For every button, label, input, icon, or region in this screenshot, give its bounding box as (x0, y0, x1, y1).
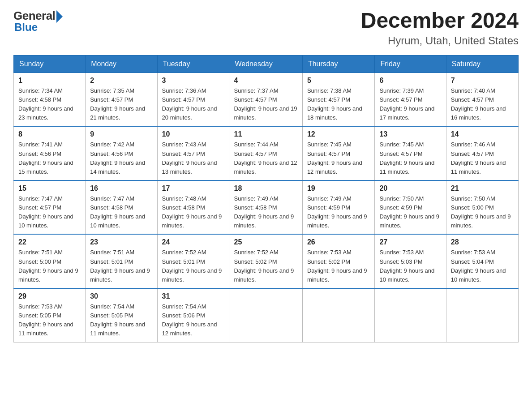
day-number: 2 (90, 77, 152, 85)
calendar-table: SundayMondayTuesdayWednesdayThursdayFrid… (13, 55, 519, 342)
title-block: December 2024 Hyrum, Utah, United States (361, 9, 519, 47)
calendar-cell: 27Sunrise: 7:53 AMSunset: 5:03 PMDayligh… (375, 234, 446, 288)
location-title: Hyrum, Utah, United States (361, 34, 519, 47)
day-number: 22 (18, 238, 81, 246)
day-info: Sunrise: 7:35 AMSunset: 4:57 PMDaylight:… (90, 86, 152, 123)
calendar-week-row: 1Sunrise: 7:34 AMSunset: 4:58 PMDaylight… (14, 73, 519, 126)
day-info: Sunrise: 7:51 AMSunset: 5:00 PMDaylight:… (18, 248, 81, 284)
day-number: 16 (90, 184, 152, 193)
day-number: 18 (234, 184, 297, 193)
day-number: 25 (234, 238, 297, 246)
calendar-cell: 31Sunrise: 7:54 AMSunset: 5:06 PMDayligh… (157, 288, 229, 342)
calendar-cell: 8Sunrise: 7:41 AMSunset: 4:56 PMDaylight… (14, 126, 86, 180)
calendar-cell: 13Sunrise: 7:45 AMSunset: 4:57 PMDayligh… (375, 126, 446, 180)
column-header-wednesday: Wednesday (229, 55, 302, 73)
calendar-week-row: 8Sunrise: 7:41 AMSunset: 4:56 PMDaylight… (14, 126, 519, 180)
calendar-cell: 2Sunrise: 7:35 AMSunset: 4:57 PMDaylight… (86, 73, 157, 126)
calendar-cell: 4Sunrise: 7:37 AMSunset: 4:57 PMDaylight… (229, 73, 302, 126)
calendar-week-row: 15Sunrise: 7:47 AMSunset: 4:57 PMDayligh… (14, 180, 519, 235)
day-info: Sunrise: 7:43 AMSunset: 4:57 PMDaylight:… (162, 140, 225, 176)
day-info: Sunrise: 7:53 AMSunset: 5:04 PMDaylight:… (451, 248, 514, 284)
calendar-cell (446, 288, 518, 342)
day-info: Sunrise: 7:51 AMSunset: 5:01 PMDaylight:… (90, 248, 152, 284)
day-number: 3 (162, 77, 225, 85)
calendar-cell: 9Sunrise: 7:42 AMSunset: 4:56 PMDaylight… (86, 126, 157, 180)
day-info: Sunrise: 7:52 AMSunset: 5:01 PMDaylight:… (162, 248, 225, 284)
day-number: 9 (90, 130, 152, 138)
calendar-cell: 1Sunrise: 7:34 AMSunset: 4:58 PMDaylight… (14, 73, 86, 126)
month-title: December 2024 (361, 9, 519, 33)
day-info: Sunrise: 7:36 AMSunset: 4:57 PMDaylight:… (162, 86, 225, 123)
day-number: 10 (162, 130, 225, 138)
day-number: 23 (90, 238, 152, 246)
calendar-cell: 22Sunrise: 7:51 AMSunset: 5:00 PMDayligh… (14, 234, 86, 288)
day-number: 1 (18, 77, 81, 85)
calendar-cell: 14Sunrise: 7:46 AMSunset: 4:57 PMDayligh… (446, 126, 518, 180)
calendar-cell: 23Sunrise: 7:51 AMSunset: 5:01 PMDayligh… (86, 234, 157, 288)
day-info: Sunrise: 7:44 AMSunset: 4:57 PMDaylight:… (234, 140, 297, 176)
column-header-monday: Monday (86, 55, 157, 73)
calendar-cell: 17Sunrise: 7:48 AMSunset: 4:58 PMDayligh… (157, 180, 229, 235)
calendar-cell: 26Sunrise: 7:53 AMSunset: 5:02 PMDayligh… (302, 234, 375, 288)
page-header: General Blue December 2024 Hyrum, Utah, … (13, 9, 519, 47)
day-number: 14 (451, 130, 514, 138)
day-number: 13 (379, 130, 441, 138)
logo-bottom-text: Blue (14, 21, 38, 34)
calendar-cell: 5Sunrise: 7:38 AMSunset: 4:57 PMDaylight… (302, 73, 375, 126)
day-number: 21 (451, 184, 514, 193)
day-info: Sunrise: 7:52 AMSunset: 5:02 PMDaylight:… (234, 248, 297, 284)
calendar-cell: 16Sunrise: 7:47 AMSunset: 4:58 PMDayligh… (86, 180, 157, 235)
calendar-cell: 18Sunrise: 7:49 AMSunset: 4:58 PMDayligh… (229, 180, 302, 235)
calendar-cell: 3Sunrise: 7:36 AMSunset: 4:57 PMDaylight… (157, 73, 229, 126)
column-header-saturday: Saturday (446, 55, 518, 73)
day-info: Sunrise: 7:47 AMSunset: 4:58 PMDaylight:… (90, 194, 152, 231)
day-info: Sunrise: 7:40 AMSunset: 4:57 PMDaylight:… (451, 86, 514, 123)
calendar-cell: 20Sunrise: 7:50 AMSunset: 4:59 PMDayligh… (375, 180, 446, 235)
calendar-cell: 19Sunrise: 7:49 AMSunset: 4:59 PMDayligh… (302, 180, 375, 235)
calendar-cell: 11Sunrise: 7:44 AMSunset: 4:57 PMDayligh… (229, 126, 302, 180)
day-number: 28 (451, 238, 514, 246)
logo: General Blue (13, 9, 64, 34)
day-number: 8 (18, 130, 81, 138)
calendar-cell: 25Sunrise: 7:52 AMSunset: 5:02 PMDayligh… (229, 234, 302, 288)
day-number: 6 (379, 77, 441, 85)
day-number: 12 (307, 130, 370, 138)
calendar-cell: 21Sunrise: 7:50 AMSunset: 5:00 PMDayligh… (446, 180, 518, 235)
day-info: Sunrise: 7:39 AMSunset: 4:57 PMDaylight:… (379, 86, 441, 123)
day-info: Sunrise: 7:46 AMSunset: 4:57 PMDaylight:… (451, 140, 514, 176)
calendar-cell (375, 288, 446, 342)
day-info: Sunrise: 7:37 AMSunset: 4:57 PMDaylight:… (234, 86, 297, 123)
calendar-cell (302, 288, 375, 342)
day-info: Sunrise: 7:50 AMSunset: 5:00 PMDaylight:… (451, 194, 514, 231)
day-info: Sunrise: 7:54 AMSunset: 5:06 PMDaylight:… (162, 302, 225, 338)
day-number: 20 (379, 184, 441, 193)
calendar-header-row: SundayMondayTuesdayWednesdayThursdayFrid… (14, 55, 519, 73)
calendar-cell: 10Sunrise: 7:43 AMSunset: 4:57 PMDayligh… (157, 126, 229, 180)
day-info: Sunrise: 7:45 AMSunset: 4:57 PMDaylight:… (307, 140, 370, 176)
column-header-friday: Friday (375, 55, 446, 73)
day-number: 19 (307, 184, 370, 193)
calendar-cell: 24Sunrise: 7:52 AMSunset: 5:01 PMDayligh… (157, 234, 229, 288)
logo-arrow-icon (56, 10, 63, 23)
calendar-week-row: 22Sunrise: 7:51 AMSunset: 5:00 PMDayligh… (14, 234, 519, 288)
day-info: Sunrise: 7:41 AMSunset: 4:56 PMDaylight:… (18, 140, 81, 176)
day-number: 5 (307, 77, 370, 85)
day-info: Sunrise: 7:48 AMSunset: 4:58 PMDaylight:… (162, 194, 225, 231)
day-info: Sunrise: 7:49 AMSunset: 4:58 PMDaylight:… (234, 194, 297, 231)
day-number: 11 (234, 130, 297, 138)
day-info: Sunrise: 7:49 AMSunset: 4:59 PMDaylight:… (307, 194, 370, 231)
day-info: Sunrise: 7:47 AMSunset: 4:57 PMDaylight:… (18, 194, 81, 231)
column-header-sunday: Sunday (14, 55, 86, 73)
day-number: 30 (90, 292, 152, 300)
day-number: 26 (307, 238, 370, 246)
day-info: Sunrise: 7:53 AMSunset: 5:02 PMDaylight:… (307, 248, 370, 284)
calendar-cell (229, 288, 302, 342)
day-number: 17 (162, 184, 225, 193)
calendar-cell: 30Sunrise: 7:54 AMSunset: 5:05 PMDayligh… (86, 288, 157, 342)
day-info: Sunrise: 7:45 AMSunset: 4:57 PMDaylight:… (379, 140, 441, 176)
day-number: 15 (18, 184, 81, 193)
day-number: 24 (162, 238, 225, 246)
calendar-week-row: 29Sunrise: 7:53 AMSunset: 5:05 PMDayligh… (14, 288, 519, 342)
calendar-cell: 12Sunrise: 7:45 AMSunset: 4:57 PMDayligh… (302, 126, 375, 180)
column-header-tuesday: Tuesday (157, 55, 229, 73)
